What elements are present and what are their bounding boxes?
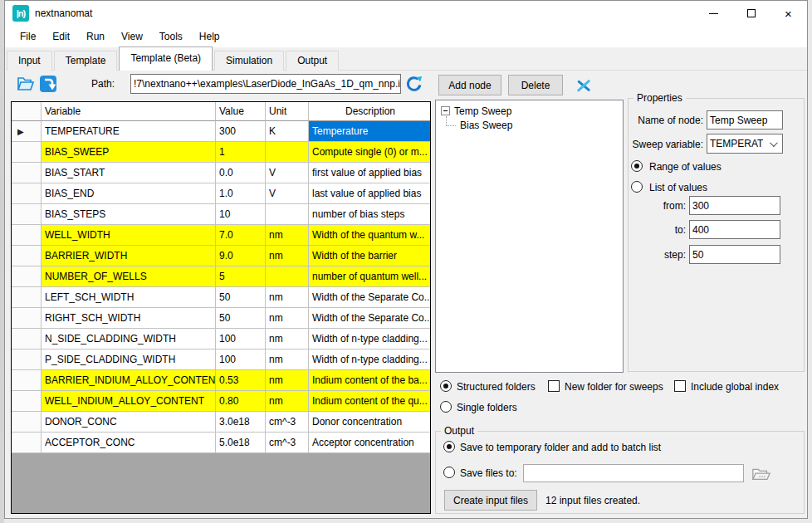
tab-input[interactable]: Input xyxy=(7,51,52,71)
cell-description[interactable]: Acceptor concentration xyxy=(309,433,430,453)
cell-description[interactable]: last value of applied bias xyxy=(309,183,430,204)
cell-unit[interactable]: K xyxy=(266,121,309,142)
cell-description[interactable]: Width of n-type cladding... xyxy=(309,329,430,349)
tab-template[interactable]: Template xyxy=(54,51,118,71)
sweep-tree[interactable]: Temp Sweep Bias Sweep xyxy=(435,100,624,373)
refresh-button[interactable] xyxy=(404,73,425,95)
cell-unit[interactable]: nm xyxy=(266,370,309,391)
cell-description[interactable]: Width of n-type cladding... xyxy=(309,349,430,370)
cell-description[interactable]: Width of the quantum w... xyxy=(309,225,430,246)
cell-value[interactable]: 7.0 xyxy=(216,225,266,246)
delete-node-button[interactable]: Delete xyxy=(508,75,563,95)
cell-unit[interactable] xyxy=(266,142,309,163)
row-header[interactable] xyxy=(12,183,42,204)
cell-unit[interactable]: nm xyxy=(266,308,309,329)
title-bar[interactable]: |n) nextnanomat × xyxy=(5,1,807,26)
row-header[interactable] xyxy=(12,266,42,287)
minimize-button[interactable] xyxy=(695,1,732,26)
table-row[interactable]: DONOR_CONC3.0e18cm^-3Donor concentration xyxy=(12,412,430,433)
reload-template-button[interactable] xyxy=(37,72,60,95)
table-row[interactable]: WELL_WIDTH7.0nmWidth of the quantum w... xyxy=(12,225,430,246)
column-header-variable[interactable]: Variable xyxy=(42,102,216,121)
cell-value[interactable]: 5 xyxy=(216,266,266,287)
tree-node-label[interactable]: Bias Sweep xyxy=(460,120,512,131)
table-row[interactable]: BIAS_START0.0Vfirst value of applied bia… xyxy=(12,163,430,183)
tree-node-label[interactable]: Temp Sweep xyxy=(454,105,511,117)
cell-value[interactable]: 0.53 xyxy=(216,370,266,391)
table-row[interactable]: WELL_INDIUM_ALLOY_CONTENT0.80nmIndium co… xyxy=(12,391,430,412)
cell-value[interactable]: 50 xyxy=(216,308,266,329)
cell-unit[interactable] xyxy=(266,266,309,287)
cell-description[interactable]: Temperature xyxy=(309,121,430,142)
save-files-to-radio[interactable] xyxy=(443,467,455,478)
structured-folders-radio[interactable] xyxy=(440,380,452,392)
cell-unit[interactable] xyxy=(266,204,309,225)
name-of-node-input[interactable]: Temp Sweep xyxy=(707,110,783,130)
cell-value[interactable]: 5.0e18 xyxy=(216,433,266,453)
single-folders-radio[interactable] xyxy=(440,401,452,413)
cell-description[interactable]: Width of the barrier xyxy=(309,246,430,266)
table-row[interactable]: ▶TEMPERATURE300KTemperature xyxy=(12,121,430,142)
cell-description[interactable]: number of quantum well... xyxy=(309,266,430,287)
cell-variable[interactable]: P_SIDE_CLADDING_WIDTH xyxy=(42,349,216,370)
cell-value[interactable]: 10 xyxy=(216,204,266,225)
column-header-value[interactable]: Value xyxy=(216,102,266,121)
list-of-values-radio[interactable] xyxy=(631,181,643,193)
menu-help[interactable]: Help xyxy=(191,27,228,46)
tab-template-beta[interactable]: Template (Beta) xyxy=(119,46,213,71)
row-header[interactable] xyxy=(12,225,42,246)
collapse-icon[interactable] xyxy=(441,106,450,115)
tree-node-temp-sweep[interactable]: Temp Sweep xyxy=(438,104,621,118)
cell-unit[interactable]: cm^-3 xyxy=(266,433,309,453)
row-header[interactable] xyxy=(12,391,42,412)
path-input[interactable]: !7\nextnano++\examples\LaserDiode_InGaAs… xyxy=(130,74,401,94)
table-row[interactable]: ACCEPTOR_CONC5.0e18cm^-3Acceptor concent… xyxy=(12,433,430,453)
table-row[interactable]: BIAS_SWEEP1Compute single (0) or m... xyxy=(12,142,430,163)
cell-description[interactable]: Compute single (0) or m... xyxy=(309,142,430,163)
cell-value[interactable]: 100 xyxy=(216,329,266,349)
cell-description[interactable]: first value of applied bias xyxy=(309,163,430,183)
sweep-variable-dropdown[interactable]: TEMPERATURE xyxy=(707,134,783,154)
cell-value[interactable]: 50 xyxy=(216,287,266,308)
from-input[interactable]: 300 xyxy=(689,196,780,215)
maximize-button[interactable] xyxy=(732,1,770,26)
cell-value[interactable]: 9.0 xyxy=(216,246,266,266)
cell-description[interactable]: Width of the Separate Co... xyxy=(309,287,430,308)
create-input-files-button[interactable]: Create input files xyxy=(444,490,537,511)
cell-value[interactable]: 3.0e18 xyxy=(216,412,266,433)
table-row[interactable]: LEFT_SCH_WIDTH50nmWidth of the Separate … xyxy=(12,287,430,308)
cell-variable[interactable]: N_SIDE_CLADDING_WIDTH xyxy=(42,329,216,349)
menu-tools[interactable]: Tools xyxy=(151,27,191,46)
include-global-index-checkbox[interactable] xyxy=(674,380,686,392)
browse-folder-button[interactable] xyxy=(750,465,773,483)
row-header[interactable] xyxy=(12,433,42,453)
table-row[interactable]: BIAS_END1.0Vlast value of applied bias xyxy=(12,183,430,204)
cell-variable[interactable]: BIAS_END xyxy=(42,183,216,204)
row-header[interactable] xyxy=(12,163,42,183)
row-header[interactable] xyxy=(12,329,42,349)
row-header[interactable] xyxy=(12,412,42,433)
table-row[interactable]: BARRIER_INDIUM_ALLOY_CONTENT0.53nmIndium… xyxy=(12,370,430,391)
tree-node-bias-sweep[interactable]: Bias Sweep xyxy=(446,118,621,132)
to-input[interactable]: 400 xyxy=(689,220,780,239)
table-row[interactable]: BARRIER_WIDTH9.0nmWidth of the barrier xyxy=(12,246,430,266)
row-header[interactable] xyxy=(12,204,42,225)
cell-value[interactable]: 1.0 xyxy=(216,183,266,204)
row-header[interactable] xyxy=(12,142,42,163)
row-header[interactable] xyxy=(12,349,42,370)
cell-unit[interactable]: V xyxy=(266,183,309,204)
cell-value[interactable]: 300 xyxy=(216,121,266,142)
table-row[interactable]: BIAS_STEPS10number of bias steps xyxy=(12,204,430,225)
cell-variable[interactable]: NUMBER_OF_WELLS xyxy=(42,266,216,287)
cell-description[interactable]: Width of the Separate Co... xyxy=(309,308,430,329)
cell-value[interactable]: 1 xyxy=(216,142,266,163)
table-row[interactable]: P_SIDE_CLADDING_WIDTH100nmWidth of n-typ… xyxy=(12,349,430,370)
menu-view[interactable]: View xyxy=(113,27,151,46)
cell-description[interactable]: number of bias steps xyxy=(309,204,430,225)
cell-variable[interactable]: ACCEPTOR_CONC xyxy=(42,433,216,453)
cell-unit[interactable]: nm xyxy=(266,225,309,246)
cell-variable[interactable]: BIAS_STEPS xyxy=(42,204,216,225)
row-header[interactable] xyxy=(12,308,42,329)
combo-arrow-zone[interactable] xyxy=(763,134,782,153)
menu-edit[interactable]: Edit xyxy=(44,27,78,46)
